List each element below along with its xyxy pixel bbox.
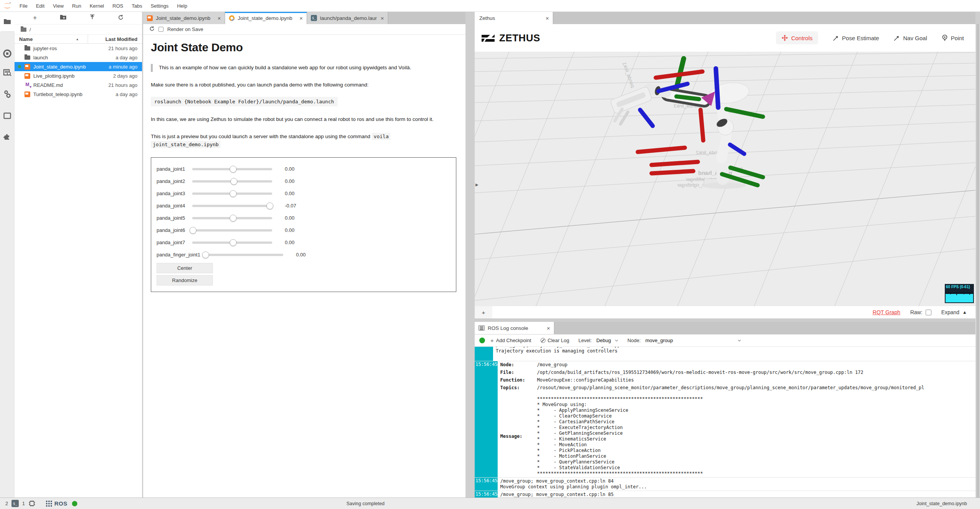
- breadcrumb[interactable]: /: [15, 24, 142, 34]
- sidebar-expander-icon[interactable]: ▶: [475, 183, 479, 187]
- node-select[interactable]: move_group: [645, 338, 741, 343]
- menu-run[interactable]: Run: [68, 3, 85, 9]
- voila-toolbar: Render on Save: [143, 24, 466, 35]
- file-row[interactable]: jupyter-ros 21 hours ago: [15, 44, 142, 53]
- panel-splitter[interactable]: [475, 318, 975, 322]
- slider-readout: -0.07: [285, 203, 296, 209]
- log-entry: 15:56:45 /move_group; move_group_context…: [475, 478, 975, 491]
- menu-file[interactable]: File: [15, 3, 32, 9]
- clear-log-button[interactable]: Clear Log: [541, 338, 569, 343]
- ros-status[interactable]: ROS: [46, 500, 77, 507]
- close-icon[interactable]: ×: [217, 15, 221, 21]
- paragraph: Make sure there is a robot published, yo…: [151, 81, 457, 89]
- close-icon[interactable]: ×: [299, 15, 303, 21]
- file-row[interactable]: M README.md 21 hours ago: [15, 80, 142, 90]
- current-file-label: Joint_state_demo.ipynb: [916, 501, 980, 506]
- tab-voila-preview[interactable]: Joint_state_demo.ipynb ×: [225, 12, 307, 24]
- slider-track[interactable]: [192, 178, 272, 185]
- slider-track[interactable]: [192, 227, 272, 234]
- kernel-chip-icon: [28, 500, 36, 507]
- terminal-count[interactable]: 2: [5, 501, 8, 506]
- new-launcher-icon[interactable]: +: [33, 14, 37, 22]
- file-row[interactable]: launch a day ago: [15, 53, 142, 62]
- pose-estimate-button[interactable]: Pose Estimate: [833, 35, 879, 41]
- tab-ros-log-console[interactable]: ROS Log console ×: [475, 322, 554, 334]
- raw-checkbox[interactable]: [926, 310, 931, 315]
- slider-handle[interactable]: [230, 190, 237, 197]
- add-visualization-button[interactable]: +: [475, 306, 492, 318]
- slider-track[interactable]: [192, 215, 272, 222]
- notebook-icon: [24, 91, 30, 97]
- settings-gears-icon[interactable]: [0, 88, 15, 101]
- fps-meter: 60 FPS (0-61): [945, 284, 974, 303]
- code-snippet: roslaunch {Notebook Example Folder}/laun…: [151, 97, 338, 106]
- tab-launch-file[interactable]: $_ launch/panda_demo.launch ×: [307, 12, 388, 24]
- kernel-count[interactable]: 1: [22, 501, 25, 506]
- controls-button[interactable]: Controls: [776, 31, 818, 44]
- close-icon[interactable]: ×: [546, 15, 549, 21]
- file-row[interactable]: Turtlebot_teleop.ipynb a day ago: [15, 90, 142, 99]
- robot-3d-view[interactable]: panda_link1 panda_link2 panda_link3 pand…: [475, 52, 975, 306]
- inspector-icon[interactable]: [0, 66, 15, 79]
- center-button[interactable]: Center: [157, 263, 213, 273]
- refresh-icon[interactable]: [118, 15, 124, 22]
- slider-track[interactable]: [192, 190, 272, 197]
- point-button[interactable]: Point: [942, 34, 964, 41]
- column-name[interactable]: Name: [15, 36, 76, 42]
- move-controls-icon: [781, 34, 788, 41]
- new-folder-icon[interactable]: [60, 15, 67, 21]
- paragraph: In this case, we are using Zethus to sim…: [151, 116, 457, 124]
- menu-help[interactable]: Help: [173, 3, 191, 9]
- rqt-graph-link[interactable]: RQT Graph: [873, 309, 900, 315]
- close-icon[interactable]: ×: [547, 325, 550, 331]
- tab-zethus[interactable]: Zethus ×: [475, 12, 553, 24]
- menu-settings[interactable]: Settings: [146, 3, 173, 9]
- slider-track[interactable]: [192, 202, 272, 209]
- slider-handle[interactable]: [230, 239, 237, 246]
- file-row[interactable]: Live_plotting.ipynb 2 days ago: [15, 71, 142, 80]
- refresh-icon[interactable]: [149, 26, 155, 33]
- paragraph: This is just a preview but you could lau…: [151, 133, 457, 149]
- randomize-button[interactable]: Randomize: [157, 275, 213, 285]
- menu-ros[interactable]: ROS: [108, 3, 127, 9]
- scrollbar[interactable]: [975, 24, 980, 498]
- close-icon[interactable]: ×: [381, 15, 384, 21]
- slider-handle[interactable]: [230, 215, 237, 222]
- running-kernels-icon[interactable]: [0, 47, 15, 60]
- extensions-puzzle-icon[interactable]: [0, 130, 15, 143]
- slider-row: panda_joint6 0.00: [157, 224, 451, 237]
- zethus-tabbar: Zethus ×: [475, 12, 975, 24]
- notebook-tabbar: Joint_state_demo.ipynb × Joint_state_dem…: [143, 12, 466, 24]
- slider-handle[interactable]: [189, 227, 196, 234]
- folder-icon: [24, 46, 30, 51]
- arrow-icon: [833, 35, 839, 41]
- slider-handle[interactable]: [230, 178, 237, 185]
- menu-edit[interactable]: Edit: [32, 3, 49, 9]
- add-checkpoint-button[interactable]: + Add Checkpoint: [490, 337, 531, 344]
- column-last-modified[interactable]: Last Modified: [88, 35, 142, 43]
- menu-view[interactable]: View: [49, 3, 68, 9]
- slider-track[interactable]: [192, 166, 272, 173]
- slider-track[interactable]: [203, 251, 283, 258]
- zethus-logo-icon: [481, 33, 495, 43]
- file-row-selected[interactable]: Joint_state_demo.ipynb a minute ago: [15, 62, 142, 71]
- slider-handle[interactable]: [266, 202, 273, 209]
- level-select[interactable]: Debug: [596, 338, 618, 343]
- slider-handle[interactable]: [230, 166, 237, 173]
- upload-icon[interactable]: [90, 15, 95, 22]
- slider-track[interactable]: [192, 239, 272, 246]
- tab-notebook[interactable]: Joint_state_demo.ipynb ×: [143, 12, 225, 24]
- slider-handle[interactable]: [202, 251, 209, 258]
- voila-icon: [228, 14, 236, 22]
- kernel-running-dot: [18, 65, 21, 68]
- slider-readout: 0.00: [285, 215, 294, 221]
- open-tabs-icon[interactable]: [0, 109, 15, 122]
- nav-goal-button[interactable]: Nav Goal: [893, 35, 927, 41]
- slider-readout: 0.00: [296, 252, 305, 258]
- files-icon[interactable]: [0, 15, 15, 28]
- render-on-save-checkbox[interactable]: [158, 27, 163, 32]
- expand-button[interactable]: Expand ▲: [941, 309, 967, 315]
- log-area[interactable]: 15:56:45 /move_group; trajectory_executi…: [475, 347, 975, 498]
- menu-kernel[interactable]: Kernel: [85, 3, 108, 9]
- menu-tabs[interactable]: Tabs: [127, 3, 146, 9]
